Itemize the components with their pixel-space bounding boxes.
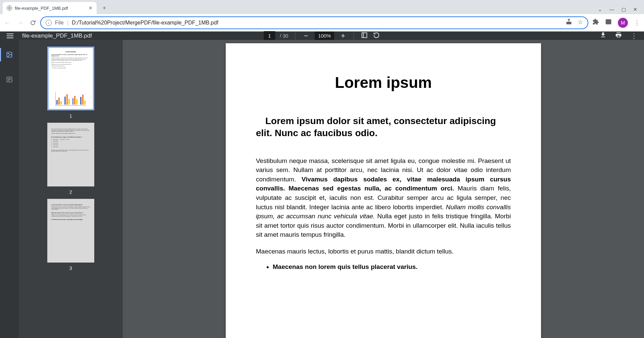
thumbnail-label: 3 <box>47 265 94 271</box>
extensions-icon[interactable] <box>592 18 599 27</box>
hamburger-icon[interactable] <box>7 32 15 40</box>
pdf-toolbar-right: ⋮ <box>600 32 637 40</box>
pdf-page: Lorem ipsum Lorem ipsum dolor sit amet, … <box>226 43 541 338</box>
zoom-in-button[interactable]: + <box>339 32 347 40</box>
thumbnail-3[interactable]: Lorem ipsum dolor sit amet, consectetur … <box>47 199 94 271</box>
doc-bullet: Maecenas non lorem quis tellus placerat … <box>273 263 511 271</box>
sidebar-rail <box>0 40 19 338</box>
url-text: D:/Tutorial%20Project/MergePDF/file-exam… <box>72 20 218 26</box>
page-number-input[interactable] <box>264 31 275 41</box>
fit-page-icon[interactable] <box>361 32 368 40</box>
bookmark-icon[interactable]: ☆ <box>578 18 583 27</box>
zoom-level: 100% <box>315 32 334 40</box>
browser-tab[interactable]: file-example_PDF_1MB.pdf ✕ <box>3 2 97 14</box>
page-total: / 30 <box>280 33 288 39</box>
doc-paragraph-2: Maecenas mauris lectus, lobortis et puru… <box>256 247 511 256</box>
thumbnails-tab-icon[interactable] <box>3 49 15 61</box>
tab-strip: file-example_PDF_1MB.pdf ✕ + ⌄ — ▢ ✕ <box>0 0 644 14</box>
rotate-icon[interactable] <box>373 32 380 40</box>
doc-list: Maecenas non lorem quis tellus placerat … <box>273 263 511 271</box>
doc-paragraph-1: Vestibulum neque massa, scelerisque sit … <box>256 156 511 239</box>
tab-search-icon[interactable]: ⌄ <box>598 7 602 12</box>
window-controls: ⌄ — ▢ ✕ <box>598 7 644 12</box>
pdf-page-controls: / 30 − 100% + <box>264 31 380 41</box>
forward-button[interactable]: → <box>17 19 23 26</box>
print-icon[interactable] <box>615 32 622 40</box>
thumbnail-label: 2 <box>47 189 94 195</box>
nav-buttons: ← → <box>4 19 36 26</box>
thumbnail-2[interactable]: Lorem ipsum dolor sit amet consectetur a… <box>47 123 94 195</box>
svg-rect-3 <box>362 33 367 38</box>
pdf-filename: file-example_PDF_1MB.pdf <box>22 33 92 39</box>
maximize-icon[interactable]: ▢ <box>622 7 626 12</box>
download-icon[interactable] <box>600 32 606 40</box>
doc-title: Lorem ipsum <box>256 73 511 92</box>
thumbnail-1[interactable]: Lorem ipsum Lorem ipsum dolor sit amet, … <box>47 47 94 119</box>
pdf-toolbar: file-example_PDF_1MB.pdf / 30 − 100% + ⋮ <box>0 32 644 40</box>
page-area[interactable]: Lorem ipsum Lorem ipsum dolor sit amet, … <box>123 40 644 338</box>
globe-icon <box>7 5 12 11</box>
close-tab-icon[interactable]: ✕ <box>89 5 93 11</box>
toolbar-right: M ⋮ <box>592 18 640 28</box>
reload-button[interactable] <box>30 19 36 26</box>
tab-title: file-example_PDF_1MB.pdf <box>15 6 68 11</box>
new-tab-button[interactable]: + <box>99 3 109 13</box>
url-scheme: File <box>55 20 64 26</box>
svg-point-5 <box>8 53 9 54</box>
pdf-viewer: file-example_PDF_1MB.pdf / 30 − 100% + ⋮ <box>0 32 644 338</box>
address-bar-row: ← → i File | D:/Tutorial%20Project/Merge… <box>0 14 644 32</box>
close-window-icon[interactable]: ✕ <box>633 7 637 12</box>
outline-tab-icon[interactable] <box>3 73 15 86</box>
thumbnail-label: 1 <box>47 113 94 119</box>
svg-rect-1 <box>606 19 611 24</box>
doc-subtitle: Lorem ipsum dolor sit amet, consectetur … <box>256 115 511 139</box>
chrome-menu-icon[interactable]: ⋮ <box>634 19 640 26</box>
omnibox[interactable]: i File | D:/Tutorial%20Project/MergePDF/… <box>40 16 588 29</box>
share-icon[interactable] <box>566 18 572 27</box>
zoom-out-button[interactable]: − <box>302 32 310 40</box>
browser-chrome: file-example_PDF_1MB.pdf ✕ + ⌄ — ▢ ✕ ← →… <box>0 0 644 32</box>
site-info-icon[interactable]: i <box>46 20 52 26</box>
back-button[interactable]: ← <box>4 19 11 26</box>
minimize-icon[interactable]: — <box>609 7 614 12</box>
pdf-body: Lorem ipsum Lorem ipsum dolor sit amet, … <box>0 40 644 338</box>
profile-avatar[interactable]: M <box>618 18 628 28</box>
thumbnail-panel[interactable]: Lorem ipsum Lorem ipsum dolor sit amet, … <box>19 40 123 338</box>
side-panel-icon[interactable] <box>605 18 612 27</box>
more-actions-icon[interactable]: ⋮ <box>631 32 637 40</box>
